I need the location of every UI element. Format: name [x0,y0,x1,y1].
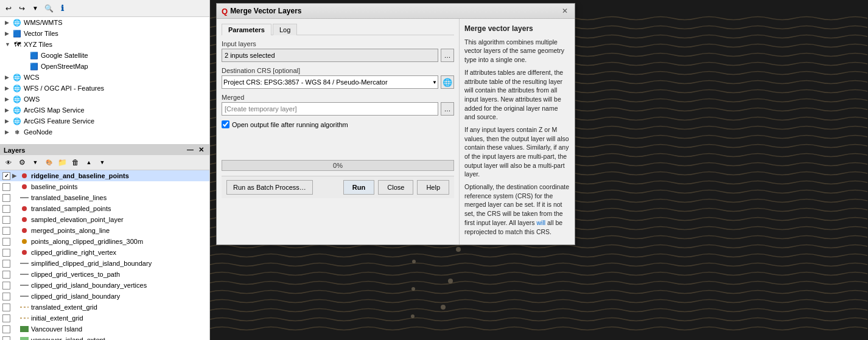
layer-eye-btn[interactable]: 👁 [2,156,15,168]
input-layers-group: Input layers … [222,40,454,62]
sampled-elevation-icon [19,215,29,224]
points-along-label: points_along_clipped_gridlines_300m [31,238,143,245]
run-btn[interactable]: Run [343,180,374,195]
undo-btn[interactable]: ↩ [2,2,15,15]
layer-vancouver[interactable]: Vancouver Island [0,324,209,335]
tree-item-wms[interactable]: ▶ 🌐 WMS/WMTS [0,17,209,28]
tree-item-xyz[interactable]: ▼ 🗺 XYZ Tiles [0,39,209,50]
help-title: Merge vector layers [464,24,570,34]
layer-checkbox-points-along[interactable] [2,238,10,246]
merged-row: … [222,102,454,116]
close-btn[interactable]: Close [378,180,413,195]
layer-initial-extent[interactable]: initial_extent_grid [0,313,209,324]
layer-checkbox-vancouver-extent[interactable] [2,336,10,341]
merged-input[interactable] [222,102,438,116]
destination-crs-select[interactable]: Project CRS: EPSG:3857 - WGS 84 / Pseudo… [222,75,438,89]
initial-extent-label: initial_extent_grid [31,314,83,322]
layer-island-b[interactable]: clipped_grid_island_boundary [0,291,209,302]
info-btn[interactable]: ℹ [56,2,68,15]
layer-checkbox-island-b[interactable] [2,293,10,300]
redo-btn[interactable]: ↪ [16,2,28,15]
layers-minimize[interactable]: — [185,146,195,154]
expand-vector: ▶ [5,30,12,36]
open-output-checkbox[interactable] [222,120,229,128]
input-layers-btn[interactable]: … [441,49,454,62]
layer-ridgeline[interactable]: ▶ ridgeline_and_baseline_points [0,170,209,181]
layer-checkbox-island-bv[interactable] [2,282,10,290]
google-sat-label: Google Satellite [41,52,88,59]
layer-checkbox-baseline[interactable] [2,183,10,191]
tree-item-arcgis-map[interactable]: ▶ 🌐 ArcGIS Map Service [0,105,209,116]
layer-points-along[interactable]: points_along_clipped_gridlines_300m [0,236,209,247]
merged-points-icon [19,226,29,235]
layer-trans-baseline-lines[interactable]: translated_baseline_lines [0,192,209,203]
svg-point-23 [411,314,415,318]
layer-trans-extent[interactable]: translated_extent_grid [0,302,209,313]
help-btn[interactable]: Help [417,180,449,195]
layer-add-btn[interactable]: 📁 [56,156,68,168]
layer-filter-btn[interactable]: ▼ [29,156,41,168]
wcs-label: WCS [24,74,40,81]
layer-down-btn[interactable]: ▼ [96,156,108,168]
layer-trans-sampled[interactable]: translated_sampled_points [0,203,209,214]
layer-vancouver-extent[interactable]: vancouver_island_extent [0,335,209,340]
map-canvas[interactable]: Q Merge Vector Layers ✕ Parameters Log [210,0,868,340]
tree-item-ows[interactable]: ▶ 🌐 OWS [0,94,209,105]
layer-checkbox-trans-sampled[interactable] [2,205,10,213]
layer-checkbox-trans-baseline[interactable] [2,194,10,202]
layer-checkbox-ridgeline[interactable] [2,172,10,180]
tree-item-vector-tiles[interactable]: ▶ 🟦 Vector Tiles [0,28,209,39]
vector-tiles-icon: 🟦 [12,29,22,38]
tree-item-google-sat[interactable]: 🟦 Google Satellite [0,50,209,61]
layer-up-btn[interactable]: ▲ [83,156,95,168]
wcs-icon: 🌐 [12,73,22,82]
top-toolbar: ↩ ↪ ▼ 🔍 ℹ [0,0,209,17]
layer-baseline-points[interactable]: baseline_points [0,181,209,192]
destination-crs-select-wrapper: Project CRS: EPSG:3857 - WGS 84 / Pseudo… [222,75,438,89]
input-layers-input[interactable] [222,49,438,62]
layer-clipped-gridline[interactable]: clipped_gridline_right_vertex [0,247,209,258]
batch-process-btn[interactable]: Run as Batch Process… [226,180,313,195]
clipped-gridline-label: clipped_gridline_right_vertex [31,249,116,256]
arcgis-feature-icon: 🌐 [12,117,22,125]
tab-log[interactable]: Log [273,24,297,35]
layer-checkbox-vancouver[interactable] [2,325,10,333]
tree-item-wfs[interactable]: ▶ 🌐 WFS / OGC API - Features [0,83,209,94]
layer-checkbox-merged-points[interactable] [2,227,10,235]
tab-parameters[interactable]: Parameters [222,24,271,35]
tree-item-geonode[interactable]: ▶ ❄ GeoNode [0,127,209,137]
clipped-vertices-label: clipped_grid_vertices_to_path [31,271,120,278]
tree-item-wcs[interactable]: ▶ 🌐 WCS [0,72,209,83]
layer-sampled-elevation[interactable]: sampled_elevation_point_layer [0,214,209,225]
layer-checkbox-clipped-gridline[interactable] [2,249,10,257]
dialog-close-btn[interactable]: ✕ [560,6,570,16]
layer-merged-points[interactable]: merged_points_along_line [0,225,209,236]
layer-checkbox-clipped-vertices[interactable] [2,271,10,279]
layers-close[interactable]: ✕ [197,146,206,154]
filter-btn[interactable]: ▼ [29,2,41,15]
merged-btn[interactable]: … [441,102,454,116]
layer-color-btn[interactable]: 🎨 [43,156,55,168]
layer-island-bv[interactable]: clipped_grid_island_boundary_vertices [0,280,209,291]
expand-arcgis-map: ▶ [5,107,12,113]
layer-remove-btn[interactable]: 🗑 [69,156,82,168]
merged-points-label: merged_points_along_line [31,227,110,234]
layer-checkbox-sampled-elevation[interactable] [2,216,10,224]
destination-crs-btn[interactable]: 🌐 [441,75,454,89]
ridgeline-icon [19,172,29,180]
dialog-titlebar: Q Merge Vector Layers ✕ [217,4,575,19]
tree-item-arcgis-feature[interactable]: ▶ 🌐 ArcGIS Feature Service [0,116,209,127]
island-b-icon [19,292,29,300]
layer-checkbox-simplified[interactable] [2,260,10,268]
points-along-icon [19,237,29,246]
left-panel: ↩ ↪ ▼ 🔍 ℹ ▶ 🌐 WMS/WMTS ▶ 🟦 Vector Tiles … [0,0,210,340]
svg-point-10 [448,279,453,283]
zoom-btn[interactable]: 🔍 [43,2,55,15]
open-output-row: Open output file after running algorithm [222,120,454,128]
layer-simplified[interactable]: simplified_clipped_grid_island_boundary [0,258,209,269]
layer-checkbox-initial-extent[interactable] [2,314,10,322]
layer-settings-btn[interactable]: ⚙ [16,156,28,168]
layer-clipped-vertices[interactable]: clipped_grid_vertices_to_path [0,269,209,280]
layer-checkbox-trans-extent[interactable] [2,304,10,311]
tree-item-osm[interactable]: 🟦 OpenStreetMap [0,61,209,72]
